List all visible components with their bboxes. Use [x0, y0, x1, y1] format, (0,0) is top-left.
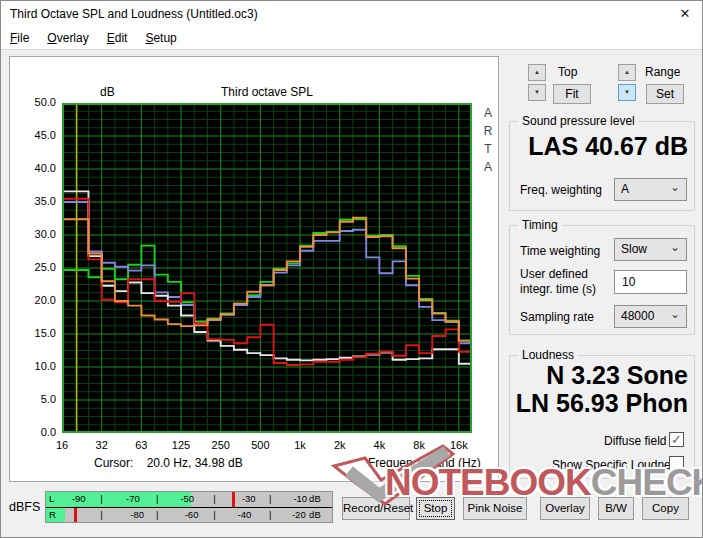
meter-scale-label: -90	[72, 493, 86, 504]
meter-unit-label: dB	[309, 509, 321, 520]
copy-button[interactable]: Copy	[642, 497, 689, 520]
close-icon[interactable]: ✕	[674, 5, 696, 23]
meter-tick: |	[269, 509, 271, 520]
meter-tick: |	[100, 509, 102, 520]
level-meter: L-90-70-50-30-10||||dBR-80-60-40-20||||d…	[45, 491, 333, 523]
time-weighting-value: Slow	[621, 242, 647, 256]
spl-group-label: Sound pressure level	[518, 114, 639, 128]
x-tick-label: 16k	[437, 439, 481, 451]
loudness-sone-value: N 3.23 Sone	[546, 361, 688, 390]
x-tick-label: 4k	[357, 439, 401, 451]
sampling-rate-dropdown[interactable]: 48000 ⌄	[614, 305, 687, 328]
meter-tick: |	[213, 493, 215, 504]
chevron-down-icon: ⌄	[670, 237, 680, 258]
arta-watermark: ARTA	[480, 104, 496, 176]
sampling-rate-label: Sampling rate	[520, 310, 594, 324]
x-tick-label: 2k	[318, 439, 362, 451]
meter-tick: |	[213, 509, 215, 520]
y-tick-label: 20.0	[12, 294, 56, 306]
x-tick-label: 16	[40, 439, 84, 451]
meter-level-bar	[46, 492, 191, 507]
integr-time-input[interactable]: 10	[614, 270, 687, 294]
app-window: Third Octave SPL and Loudness (Untitled.…	[0, 0, 703, 538]
chevron-down-icon: ⌄	[670, 304, 680, 325]
dbfs-label: dBFS	[9, 500, 40, 514]
meter-scale-label: -20	[292, 509, 306, 520]
meter-scale-label: -40	[238, 509, 252, 520]
freq-weighting-value: A	[621, 182, 629, 196]
x-tick-label: 500	[238, 439, 282, 451]
meter-tick: |	[269, 493, 271, 504]
y-tick-label: 40.0	[12, 162, 56, 174]
cursor-readout: Cursor: 20.0 Hz, 34.98 dB	[94, 456, 243, 470]
set-button[interactable]: Set	[646, 84, 684, 104]
meter-scale-label: -80	[130, 509, 144, 520]
x-tick-label: 32	[80, 439, 124, 451]
meter-scale-label: -60	[185, 509, 199, 520]
integr-time-label-line2: integr. time (s)	[520, 282, 596, 296]
meter-scale-label: -70	[126, 493, 140, 504]
meter-scale-label: -10	[293, 493, 307, 504]
diffuse-field-checkbox[interactable]: ✓	[669, 432, 684, 447]
show-specific-loudness-label: Show Specific Loudness	[552, 458, 683, 472]
show-specific-loudness-checkbox[interactable]	[669, 456, 684, 471]
time-weighting-dropdown[interactable]: Slow ⌄	[614, 238, 687, 261]
range-spin-up-button[interactable]: ▲	[618, 64, 636, 81]
y-tick-label: 0.0	[12, 426, 56, 438]
meter-peak-marker	[232, 492, 235, 507]
meter-tick: |	[156, 509, 158, 520]
b-w-button[interactable]: B/W	[598, 497, 634, 520]
timing-group-label: Timing	[518, 218, 562, 232]
window-title: Third Octave SPL and Loudness (Untitled.…	[10, 7, 258, 21]
spl-plot-area[interactable]	[62, 103, 472, 433]
menu-item-edit[interactable]: Edit	[98, 27, 137, 50]
spl-value: LAS 40.67 dB	[528, 132, 688, 161]
chevron-down-icon: ⌄	[670, 177, 680, 198]
integr-time-label-line1: User defined	[520, 267, 588, 281]
range-spin-down-button[interactable]: ▼	[618, 84, 636, 101]
loudness-phon-value: LN 56.93 Phon	[516, 389, 688, 418]
y-tick-label: 50.0	[12, 96, 56, 108]
menu-bar: FileOverlayEditSetup	[1, 27, 702, 50]
time-weighting-label: Time weighting	[520, 244, 600, 258]
y-tick-label: 10.0	[12, 360, 56, 372]
menu-item-overlay[interactable]: Overlay	[38, 27, 97, 50]
menu-item-setup[interactable]: Setup	[136, 27, 185, 50]
loudness-group-label: Loudness	[518, 348, 578, 362]
chart-panel: dB Third octave SPL 50.045.040.035.030.0…	[9, 56, 499, 482]
freq-weighting-dropdown[interactable]: A ⌄	[614, 178, 687, 201]
y-tick-label: 35.0	[12, 195, 56, 207]
range-label: Range	[645, 65, 680, 79]
meter-row-l: L-90-70-50-30-10||||dB	[46, 492, 332, 508]
meter-channel-label: L	[49, 493, 54, 504]
diffuse-field-label: Diffuse field	[604, 434, 666, 448]
y-tick-label: 5.0	[12, 393, 56, 405]
menu-item-file[interactable]: File	[1, 27, 38, 50]
x-axis-title: Frequency band (Hz)	[368, 456, 481, 470]
meter-scale-label: -30	[242, 493, 256, 504]
fit-button[interactable]: Fit	[553, 84, 591, 104]
y-tick-label: 15.0	[12, 327, 56, 339]
y-tick-label: 45.0	[12, 129, 56, 141]
sampling-rate-value: 48000	[621, 309, 654, 323]
freq-weighting-label: Freq. weighting	[520, 183, 602, 197]
x-tick-label: 8k	[397, 439, 441, 451]
x-tick-label: 250	[199, 439, 243, 451]
meter-tick: |	[156, 493, 158, 504]
x-tick-label: 125	[159, 439, 203, 451]
meter-tick: |	[100, 493, 102, 504]
overlay-button[interactable]: Overlay	[540, 497, 590, 520]
chart-title: Third octave SPL	[62, 85, 472, 99]
pink-noise-button[interactable]: Pink Noise	[463, 497, 527, 520]
top-spin-up-button[interactable]: ▲	[528, 64, 546, 81]
y-tick-label: 25.0	[12, 261, 56, 273]
record-reset-button[interactable]: Record/Reset	[342, 497, 410, 520]
meter-channel-label: R	[49, 509, 56, 520]
top-spin-down-button[interactable]: ▼	[528, 84, 546, 101]
top-label: Top	[558, 65, 577, 79]
y-tick-label: 30.0	[12, 228, 56, 240]
meter-unit-label: dB	[309, 493, 321, 504]
x-tick-label: 1k	[278, 439, 322, 451]
x-tick-label: 63	[119, 439, 163, 451]
stop-button[interactable]: Stop	[416, 497, 455, 520]
